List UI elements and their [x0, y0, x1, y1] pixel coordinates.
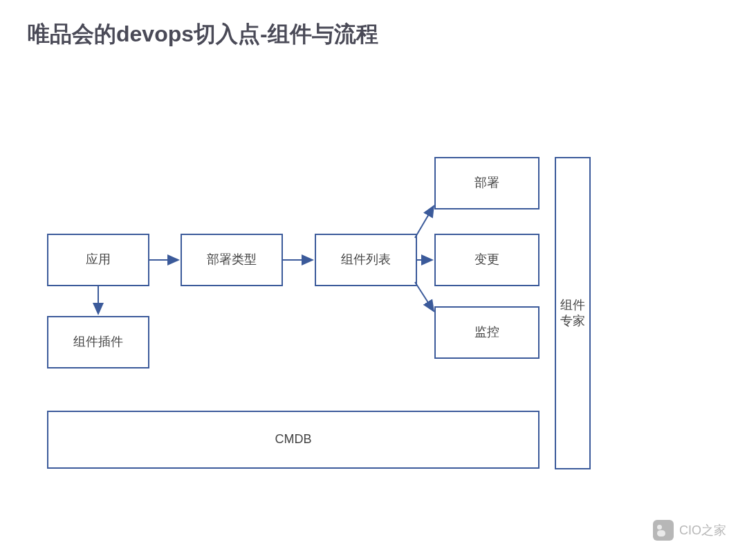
svg-line-4: [415, 282, 434, 311]
watermark: CIO之家: [653, 520, 726, 541]
watermark-text: CIO之家: [679, 522, 726, 539]
box-cmdb: CMDB: [47, 411, 540, 469]
box-component-list: 组件列表: [315, 234, 417, 286]
box-deploy: 部署: [434, 157, 540, 209]
box-app: 应用: [47, 234, 149, 286]
box-change: 变更: [434, 234, 540, 286]
box-expert: 组件 专家: [555, 157, 591, 469]
wechat-icon: [653, 520, 674, 541]
svg-line-3: [415, 206, 434, 238]
slide-title: 唯品会的devops切入点-组件与流程: [28, 19, 378, 50]
box-plugin: 组件插件: [47, 316, 149, 368]
box-monitor: 监控: [434, 306, 540, 359]
box-deploy-type: 部署类型: [181, 234, 283, 286]
slide: 唯品会的devops切入点-组件与流程 应用 部署类型 组件列表 部署 变更 监…: [0, 0, 747, 560]
